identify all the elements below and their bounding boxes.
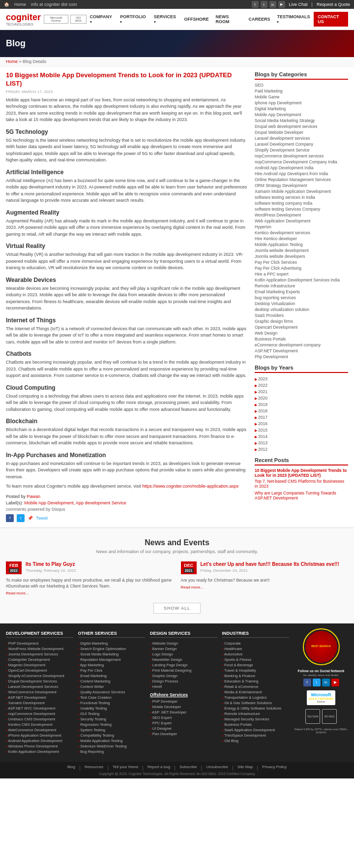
cat-wordpress[interactable]: WordPress Development [255, 212, 348, 218]
cat-orm[interactable]: Online Reputation Management Services [255, 177, 348, 183]
footer-linkedin-icon[interactable]: in [322, 679, 330, 686]
recent-post-1[interactable]: 10 Biggest Mobile App Development Trends… [255, 468, 348, 478]
footer-ppc[interactable]: Pay Per Click [78, 668, 146, 673]
footer-iphone[interactable]: iPhone Application Development [6, 733, 73, 738]
footer-remote-infra[interactable]: Remote Infrastructure [222, 711, 290, 716]
cat-sw-testing-company[interactable]: software testing company India [255, 200, 348, 206]
footer-gui[interactable]: GUI Testing [78, 711, 146, 716]
footer-drupal[interactable]: Drupal Development Services [6, 679, 73, 684]
footer-codeigniter[interactable]: Codeigniter Development [6, 657, 73, 662]
nav-newsroom[interactable]: NEWS ROOM [212, 12, 245, 26]
request-quote-link[interactable]: Request a Quote [317, 2, 350, 7]
footer-content-mkt[interactable]: Content Marketing [78, 679, 146, 684]
youtube-icon[interactable]: ▶ [278, 1, 285, 8]
footer-magento[interactable]: Magento Development [6, 662, 73, 668]
cat-hire-android[interactable]: Hire Android App Developers from India [255, 171, 348, 177]
footer-managed[interactable]: Managed Security Services [222, 716, 290, 722]
cat-ppc-services[interactable]: Pay Per Click Services [255, 259, 348, 265]
nav-offshore[interactable]: OFFSHORE [180, 15, 212, 24]
footer-banner[interactable]: Banner Design [150, 646, 217, 651]
cat-saas[interactable]: SaaS Providers [255, 312, 348, 318]
year-2013[interactable]: 2013 [255, 439, 348, 446]
cat-hire-kentico[interactable]: Hire Kentico developer [255, 236, 348, 242]
cat-kentico-dev[interactable]: Kentico development services [255, 230, 348, 236]
cat-mobile-game[interactable]: Mobile Game [255, 94, 348, 100]
home-icon[interactable]: 🏠 [4, 2, 9, 7]
footer-logo[interactable]: Logo Design [150, 651, 217, 657]
label1-link[interactable]: Mobile App Development [25, 500, 74, 505]
cat-remote[interactable]: Remote Infrastructure [255, 283, 348, 289]
year-2020[interactable]: 2020 [255, 395, 348, 401]
footer-unsubscribe-link[interactable]: Unsubscribe [206, 765, 228, 771]
footer-old-blog[interactable]: Old Blog [222, 738, 290, 744]
footer-website-design[interactable]: Website Design [150, 641, 217, 646]
cat-ppc-expert[interactable]: Hire a PPC expert [255, 271, 348, 277]
footer-healthcare[interactable]: Healthcare [222, 646, 290, 651]
cat-xamarin[interactable]: Xamarin Mobile Application Development [255, 188, 348, 194]
footer-woocommerce[interactable]: WooCommerce Development [6, 689, 73, 695]
footer-bug[interactable]: Bug Reporting [78, 749, 146, 754]
footer-regression[interactable]: Regression Testing [78, 722, 146, 727]
cat-kotlin[interactable]: Kotlin Application Development Services … [255, 277, 348, 283]
learn-more-link[interactable]: https://www.cogniter.com/mobile-applicat… [142, 484, 238, 489]
footer-xamarin[interactable]: Xamarin Development [6, 700, 73, 706]
footer-facebook-icon[interactable]: f [303, 679, 311, 686]
year-2012[interactable]: 2012 [255, 446, 348, 452]
cat-laravel-company[interactable]: Laravel Development Company [255, 141, 348, 147]
footer-aspnet-dev[interactable]: ASP .NET Developer [150, 710, 217, 715]
pinterest-share-icon[interactable]: 📌 [28, 516, 33, 521]
footer-corporate[interactable]: Corporate [222, 641, 290, 646]
label2-link[interactable]: App development Service [76, 500, 126, 505]
footer-social-media-mkt[interactable]: Social Media Marketing [78, 651, 146, 657]
footer-digital-mkt[interactable]: Digital Marketing [78, 641, 146, 646]
footer-blog-link[interactable]: Blog [67, 765, 75, 771]
footer-aspnet[interactable]: ASP.NET Development [6, 695, 73, 700]
news-card-1-title[interactable]: Its Time to Play Guyz [26, 561, 76, 567]
year-2016[interactable]: 2016 [255, 420, 348, 427]
footer-sitemap-link[interactable]: Site Map [237, 765, 253, 771]
tweet-button[interactable]: Tweet [36, 516, 48, 521]
nav-services[interactable]: SERVICES ▾ [150, 12, 181, 26]
breadcrumb-home[interactable]: Home [6, 59, 18, 64]
footer-laravel[interactable]: Laravel Development Services [6, 684, 73, 689]
cat-android[interactable]: Android App Development India [255, 165, 348, 171]
footer-usability[interactable]: Usability Testing [78, 706, 146, 711]
footer-youtube-icon[interactable]: ▶ [331, 679, 339, 686]
year-2018[interactable]: 2018 [255, 407, 348, 414]
cat-mobile-app[interactable]: Mobile App Development [255, 112, 348, 118]
footer-umbraco[interactable]: Umbraco CMS Development [6, 716, 73, 722]
footer-banking[interactable]: Banking & Finance [222, 673, 290, 679]
cat-nopcommerce[interactable]: nopCommerce development services [255, 153, 348, 159]
cat-drupal-web[interactable]: Drupal web development services [255, 124, 348, 129]
footer-graphic[interactable]: Graphic Design [150, 673, 217, 679]
footer-print[interactable]: Print Material Designing [150, 668, 217, 673]
cat-iphone[interactable]: Iphone App Development [255, 100, 348, 106]
nav-portfolio[interactable]: PORTFOLIO ▾ [117, 12, 150, 26]
footer-app-marketing[interactable]: App Marketing [78, 662, 146, 668]
footer-content-writer[interactable]: Content Writer [78, 684, 146, 689]
footer-kotlin[interactable]: Kotlin Application Development [6, 749, 73, 754]
nav-contact[interactable]: CONTACT US [314, 12, 348, 27]
news-card-1-readmore[interactable]: Read more... [6, 591, 29, 595]
cat-sw-testing-services[interactable]: software testing Services Company [255, 206, 348, 212]
cat-email-experts[interactable]: Email Marketing Experts [255, 289, 348, 295]
cat-ecommerce[interactable]: eCommerce development company [255, 342, 348, 348]
cat-opencart[interactable]: Opencart Development [255, 324, 348, 330]
cat-orm-strategy[interactable]: ORM Strategy Development [255, 183, 348, 188]
footer-report-bug-link[interactable]: Report a bug [148, 765, 170, 771]
footer-twitter-icon[interactable]: t [313, 679, 321, 686]
footer-joomla[interactable]: Joomla Development Services [6, 651, 73, 657]
footer-media[interactable]: Media & Entertainment [222, 689, 290, 695]
footer-wordpress[interactable]: WordPress Website Development [6, 646, 73, 651]
cat-shopify[interactable]: Shopify Development Service [255, 147, 348, 153]
footer-php-dev[interactable]: PHP Developer [150, 699, 217, 704]
year-2014[interactable]: 2014 [255, 433, 348, 439]
cat-desktop-virt[interactable]: Desktop Virtualization [255, 301, 348, 307]
cat-graphic[interactable]: Graphic design firms [255, 318, 348, 324]
cat-php-dev[interactable]: Php Development [255, 354, 348, 360]
footer-android[interactable]: Android Application Development [6, 738, 73, 744]
footer-automotive[interactable]: Automotive [222, 651, 290, 657]
footer-travel[interactable]: Travel & Hospitality [222, 668, 290, 673]
year-2015[interactable]: 2015 [255, 427, 348, 433]
year-2023[interactable]: 2023 [255, 375, 348, 382]
